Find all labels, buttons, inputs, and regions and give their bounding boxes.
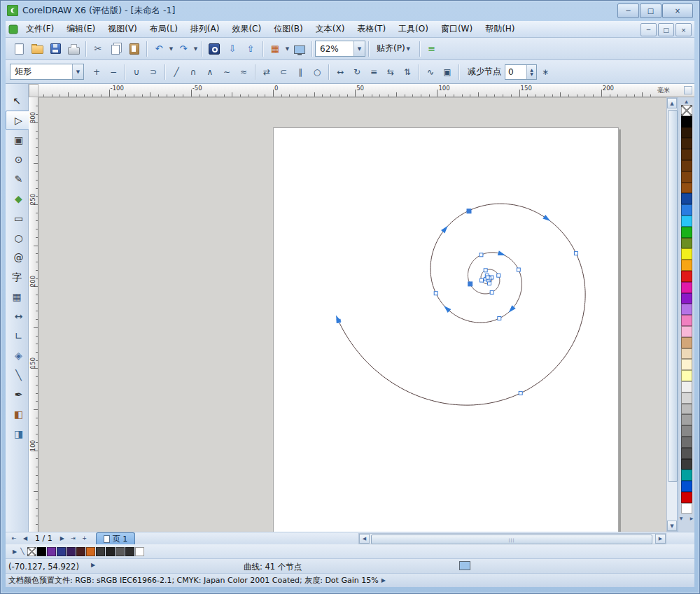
freehand-tool[interactable]: ✎: [6, 169, 31, 189]
color-swatch[interactable]: [681, 138, 692, 149]
snap-to-button[interactable]: 贴齐(P)▼: [372, 41, 416, 57]
convert-to-curve-button[interactable]: ∩: [185, 64, 202, 80]
smooth-node-button[interactable]: ∼: [218, 64, 235, 80]
undo-button[interactable]: ↶: [150, 40, 168, 58]
elastic-mode-button[interactable]: ∿: [422, 64, 439, 80]
chevron-down-icon[interactable]: ▼: [192, 41, 199, 57]
color-swatch[interactable]: [681, 359, 692, 370]
drawing-canvas[interactable]: [38, 97, 666, 532]
color-swatch[interactable]: [681, 282, 692, 293]
select-all-nodes-button[interactable]: ▣: [439, 64, 456, 80]
menu-arrange[interactable]: 排列(A): [184, 21, 226, 37]
cusp-node-button[interactable]: ∧: [202, 64, 218, 80]
color-swatch[interactable]: [681, 116, 692, 127]
doc-color-swatch[interactable]: [37, 547, 46, 556]
color-swatch[interactable]: [681, 215, 692, 227]
color-swatch[interactable]: [681, 448, 692, 459]
curve-smoothness-button[interactable]: ∗: [537, 64, 554, 80]
outline-pen-tool[interactable]: ✒: [6, 385, 31, 404]
crop-tool[interactable]: ▣: [6, 130, 31, 150]
palette-scroll-up-icon[interactable]: ▲: [681, 97, 692, 105]
cut-button[interactable]: ✂: [89, 40, 107, 58]
first-page-button[interactable]: ⇤: [8, 533, 20, 544]
menu-file[interactable]: 文件(F): [20, 21, 60, 37]
zoom-tool[interactable]: ⊙: [6, 150, 31, 169]
doc-color-swatch[interactable]: [135, 547, 144, 556]
menu-view[interactable]: 视图(V): [102, 21, 144, 37]
color-swatch[interactable]: [681, 370, 692, 381]
color-swatch[interactable]: [681, 381, 692, 393]
paste-button[interactable]: [125, 40, 144, 58]
doc-color-swatch[interactable]: [76, 547, 85, 556]
color-swatch[interactable]: [681, 503, 692, 514]
ruler-origin[interactable]: [29, 84, 38, 97]
reduce-nodes-spinner[interactable]: 0▲▼: [505, 64, 537, 80]
close-curve-button[interactable]: ○: [309, 64, 326, 80]
curve-node[interactable]: [519, 391, 522, 395]
color-swatch[interactable]: [681, 326, 692, 337]
node-direction-arrow[interactable]: [441, 226, 448, 234]
doc-color-swatch-none[interactable]: [27, 547, 36, 556]
spiral-tool[interactable]: @: [6, 248, 31, 267]
color-swatch[interactable]: [681, 315, 692, 326]
color-swatch[interactable]: [681, 227, 692, 238]
options-button[interactable]: ≡: [423, 40, 441, 58]
curve-node[interactable]: [498, 317, 501, 320]
redo-button[interactable]: ↷: [174, 40, 192, 58]
menu-help[interactable]: 帮助(H): [479, 21, 521, 37]
color-swatch[interactable]: [681, 160, 692, 171]
curve-node-selected[interactable]: [467, 209, 471, 213]
color-swatch[interactable]: [681, 337, 692, 348]
color-swatch[interactable]: [681, 204, 692, 215]
color-swatch[interactable]: [681, 183, 692, 194]
horizontal-scrollbar-thumb[interactable]: |||: [371, 535, 652, 544]
fill-tool[interactable]: ◧: [6, 404, 31, 424]
color-swatch[interactable]: [681, 469, 692, 481]
shape-tool[interactable]: ▷: [6, 111, 31, 130]
vertical-scrollbar[interactable]: ▲ ▼: [666, 97, 678, 532]
curve-node[interactable]: [484, 269, 487, 272]
vertical-scrollbar-thumb[interactable]: [668, 110, 678, 482]
blend-tool[interactable]: ◈: [6, 346, 31, 365]
color-swatch[interactable]: [681, 149, 692, 160]
smart-fill-tool[interactable]: ◆: [6, 189, 31, 208]
menu-layout[interactable]: 布局(L): [144, 21, 184, 37]
horizontal-scrollbar[interactable]: ◀ ||| ▶: [358, 533, 666, 544]
reflect-vertical-button[interactable]: ⇅: [399, 64, 416, 80]
scroll-left-icon[interactable]: ◀: [359, 534, 370, 544]
maximize-button[interactable]: □: [640, 3, 662, 18]
document-close-button[interactable]: ×: [676, 23, 692, 36]
menu-edit[interactable]: 编辑(E): [60, 21, 102, 37]
doc-color-swatch[interactable]: [115, 547, 125, 556]
color-swatch[interactable]: [681, 459, 692, 470]
node-direction-arrow[interactable]: [498, 250, 506, 255]
welcome-screen-button[interactable]: [290, 40, 309, 58]
curve-node[interactable]: [517, 268, 520, 271]
curve-node[interactable]: [479, 253, 483, 257]
chevron-down-icon[interactable]: ▼: [354, 41, 365, 56]
extend-curve-button[interactable]: ⊂: [275, 64, 292, 80]
print-document-button[interactable]: [64, 40, 83, 58]
doc-color-swatch[interactable]: [66, 547, 76, 556]
minimize-button[interactable]: ─: [617, 3, 639, 18]
color-swatch[interactable]: [681, 437, 692, 448]
color-swatch[interactable]: [681, 492, 692, 503]
color-swatch[interactable]: [681, 425, 692, 437]
interactive-fill-tool[interactable]: ◨: [6, 424, 31, 444]
color-swatch[interactable]: [681, 293, 692, 304]
reverse-direction-button[interactable]: ⇄: [258, 64, 275, 80]
page-tab[interactable]: 页 1: [96, 532, 136, 544]
text-tool[interactable]: 字: [7, 267, 27, 287]
title-bar[interactable]: CorelDRAW X6 (评估版) - [未命名 -1] ─□×: [0, 0, 700, 21]
curve-node[interactable]: [490, 290, 493, 294]
spinner-arrows-icon[interactable]: ▲▼: [526, 65, 536, 79]
menu-tools[interactable]: 工具(O): [392, 21, 435, 37]
curve-node[interactable]: [480, 278, 484, 282]
color-swatch-none[interactable]: [681, 105, 692, 116]
doc-color-swatch[interactable]: [125, 547, 134, 556]
break-curve-button[interactable]: ⊃: [145, 64, 162, 80]
symmetrical-node-button[interactable]: ≈: [235, 64, 252, 80]
palette-scroll-down-icon[interactable]: ▼: [676, 514, 687, 522]
color-swatch[interactable]: [681, 304, 692, 315]
scroll-right-icon[interactable]: ▶: [655, 534, 666, 544]
